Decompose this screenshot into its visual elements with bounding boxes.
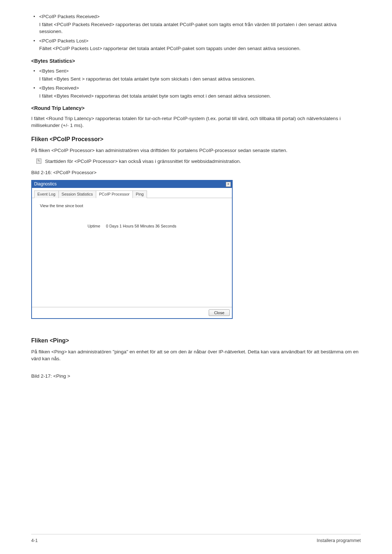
processor-desc: På fliken <PCoIP Processor> kan administ…	[31, 147, 361, 154]
list-item: <Bytes Sent> I fältet <Bytes Sent > rapp…	[39, 67, 361, 82]
latency-heading: <Round Trip Latency>	[31, 104, 361, 112]
bytes-received-title: <Bytes Received>	[39, 85, 361, 92]
diagnostics-window: Diagnostics × Event Log Session Statisti…	[31, 180, 233, 319]
packets-received-desc: I fältet <PCoIP Packets Received> rappor…	[39, 20, 361, 35]
list-item: <Bytes Received> I fältet <Bytes Receive…	[39, 85, 361, 99]
tab-ping[interactable]: Ping	[132, 190, 147, 198]
pcoip-packets-list: <PCoIP Packets Received> I fältet <PCoIP…	[31, 13, 361, 52]
bytes-heading: <Bytes Statistics>	[31, 57, 361, 65]
footer-right: Installera programmet	[317, 537, 361, 544]
bytes-sent-title: <Bytes Sent>	[39, 67, 361, 75]
processor-caption: Bild 2-16: <PCoIP Processor>	[31, 169, 361, 176]
ping-caption: Bild 2-17: <Ping >	[31, 373, 361, 380]
footer-left: 4-1	[31, 537, 38, 544]
list-item: <PCoIP Packets Received> I fältet <PCoIP…	[39, 13, 361, 35]
uptime-value: 0 Days 1 Hours 58 Minutes 36 Seconds	[106, 223, 176, 229]
tab-event-log[interactable]: Event Log	[34, 190, 59, 198]
note-icon: ✎	[36, 159, 41, 164]
packets-received-title: <PCoIP Packets Received>	[39, 13, 361, 20]
list-item: <PCoIP Packets Lost> Fältet <PCoIP Packe…	[39, 37, 361, 52]
page-footer: 4-1 Installera programmet	[31, 534, 361, 544]
packets-lost-title: <PCoIP Packets Lost>	[39, 37, 361, 45]
latency-desc: I fältet <Round Trip Latency> rapportera…	[31, 115, 361, 129]
diagnostics-titlebar: Diagnostics ×	[32, 181, 232, 188]
ping-desc: På fliken <Ping> kan administratören "pi…	[31, 348, 361, 362]
ping-heading: Fliken <Ping>	[31, 336, 361, 345]
tab-session-statistics[interactable]: Session Statistics	[58, 190, 96, 198]
close-icon[interactable]: ×	[226, 182, 231, 187]
close-button[interactable]: Close	[209, 309, 230, 316]
bytes-list: <Bytes Sent> I fältet <Bytes Sent > rapp…	[31, 67, 361, 99]
processor-heading: Fliken <PCoIP Processor>	[31, 135, 361, 143]
processor-note-text: Starttiden för <PCoIP Processor> kan ock…	[45, 158, 241, 165]
uptime-label: Uptime	[87, 223, 100, 229]
diagnostics-body: View the time since boot Uptime 0 Days 1…	[32, 198, 232, 307]
diagnostics-title: Diagnostics	[34, 181, 57, 187]
diagnostics-footer: Close	[32, 307, 232, 318]
bytes-sent-desc: I fältet <Bytes Sent > rapporteras det t…	[39, 75, 361, 83]
packets-lost-desc: Fältet <PCoIP Packets Lost> rapporterar …	[39, 44, 361, 52]
diagnostics-tabs: Event Log Session Statistics PCoIP Proce…	[32, 188, 232, 198]
uptime-row: Uptime 0 Days 1 Hours 58 Minutes 36 Seco…	[40, 223, 224, 229]
diagnostics-body-text: View the time since boot	[40, 203, 224, 209]
bytes-received-desc: I fältet <Bytes Received> rapporteras de…	[39, 92, 361, 100]
tab-pcoip-processor[interactable]: PCoIP Processor	[96, 190, 133, 198]
processor-note-row: ✎ Starttiden för <PCoIP Processor> kan o…	[31, 158, 361, 165]
